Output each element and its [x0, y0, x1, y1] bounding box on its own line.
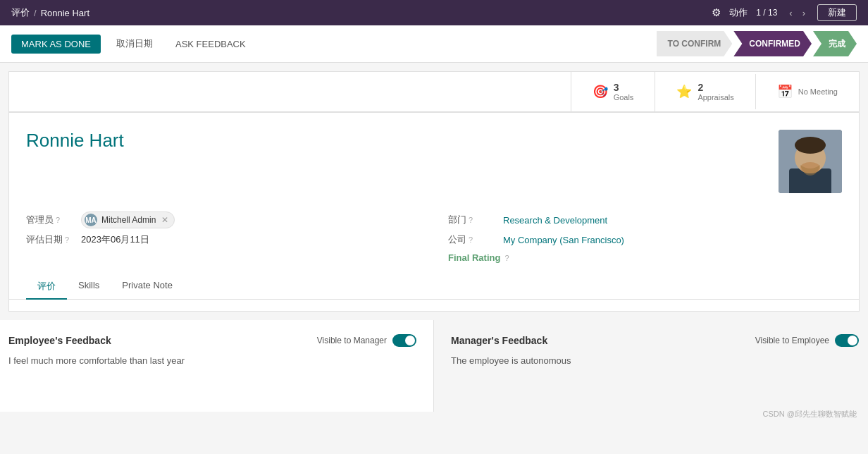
employee-visible-toggle: Visible to Manager [317, 334, 416, 347]
dept-help[interactable]: ? [469, 216, 473, 224]
employee-photo [779, 130, 842, 193]
top-bar: 评价 / Ronnie Hart ⚙ 动作 1 / 13 ‹ › 新建 [0, 0, 868, 25]
date-label: 评估日期 ? [26, 233, 75, 246]
goals-count: 3 [614, 82, 634, 93]
company-label: 公司 ? [448, 233, 497, 246]
employee-feedback-title: Employee's Feedback [8, 335, 111, 346]
manager-visible-toggle: Visible to Employee [755, 334, 859, 347]
manager-visible-switch[interactable] [835, 334, 859, 347]
employee-feedback-header: Employee's Feedback Visible to Manager [8, 334, 416, 347]
left-fields: 管理员 ? MA Mitchell Admin ✕ 评估日期 ? 2023年06… [26, 210, 420, 263]
final-rating-label: Final Rating [448, 252, 500, 263]
appraisals-label-block: 2 Appraisals [698, 82, 733, 102]
nav-next-button[interactable]: › [799, 6, 809, 20]
settings-icon[interactable]: ⚙ [712, 6, 721, 19]
right-fields: 部门 ? Research & Development 公司 ? My Comp… [448, 210, 842, 263]
manager-name: Mitchell Admin [101, 215, 156, 225]
final-rating-help[interactable]: ? [504, 254, 509, 262]
employee-feedback-text: I feel much more comfortable than last y… [8, 354, 416, 368]
meeting-stat[interactable]: 📅 No Meeting [755, 74, 859, 109]
topbar-actions: ⚙ 动作 1 / 13 ‹ › 新建 [712, 4, 857, 21]
tab-private-note[interactable]: Private Note [111, 274, 184, 300]
pipeline-step-to-confirm[interactable]: TO CONFIRM [657, 31, 733, 56]
date-row: 评估日期 ? 2023年06月11日 [26, 230, 420, 250]
pipeline-bar: TO CONFIRM CONFIRMED 完成 [657, 31, 857, 56]
breadcrumb-current: Ronnie Hart [41, 8, 89, 18]
status-pipeline: TO CONFIRM CONFIRMED 完成 [657, 31, 857, 56]
mark-done-button[interactable]: MARK AS DONE [11, 35, 101, 54]
appraisals-label: Appraisals [698, 93, 733, 102]
dept-label: 部门 ? [448, 214, 497, 226]
appraisals-icon: ⭐ [676, 84, 692, 99]
breadcrumb: 评价 / Ronnie Hart [11, 6, 89, 19]
final-rating-row: Final Rating ? [448, 252, 842, 263]
ask-feedback-button[interactable]: ASK FEEDBACK [168, 35, 253, 54]
manager-label: 管理员 ? [26, 214, 75, 226]
appraisals-stat[interactable]: ⭐ 2 Appraisals [655, 72, 755, 111]
employee-header: Ronnie Hart [26, 130, 842, 193]
manager-feedback-title: Manager's Feedback [451, 335, 547, 346]
new-button[interactable]: 新建 [817, 4, 857, 21]
breadcrumb-root[interactable]: 评价 [11, 6, 30, 19]
goals-stat[interactable]: 🎯 3 Goals [571, 72, 655, 111]
nav-arrows: ‹ › [786, 6, 809, 20]
manager-feedback-header: Manager's Feedback Visible to Employee [451, 334, 859, 347]
manager-row: 管理员 ? MA Mitchell Admin ✕ [26, 210, 420, 230]
manager-help[interactable]: ? [56, 216, 60, 224]
dept-row: 部门 ? Research & Development [448, 210, 842, 230]
main-content: Ronnie Hart 管理员 [8, 112, 860, 312]
pipeline-step-confirmed[interactable]: CONFIRMED [733, 31, 812, 56]
goals-label: Goals [614, 93, 634, 102]
company-help[interactable]: ? [469, 235, 473, 244]
manager-feedback-panel: Manager's Feedback Visible to Employee T… [434, 320, 868, 412]
fields-grid: 管理员 ? MA Mitchell Admin ✕ 评估日期 ? 2023年06… [26, 210, 842, 263]
employee-name: Ronnie Hart [26, 130, 124, 152]
date-value: 2023年06月11日 [81, 233, 149, 246]
employee-feedback-panel: Employee's Feedback Visible to Manager I… [0, 320, 434, 412]
dept-value[interactable]: Research & Development [503, 215, 607, 226]
nav-prev-button[interactable]: ‹ [786, 6, 795, 20]
employee-photo-img [779, 130, 842, 193]
meeting-label: No Meeting [798, 87, 838, 96]
meeting-label-block: No Meeting [798, 87, 838, 96]
tab-skills[interactable]: Skills [67, 274, 111, 300]
tab-content: Employee's Feedback Visible to Manager I… [0, 320, 868, 412]
goals-icon: 🎯 [593, 84, 608, 99]
employee-visible-label: Visible to Manager [317, 336, 387, 345]
footer-text: CSDN @邱先生聊数智赋能 [763, 410, 857, 418]
company-row: 公司 ? My Company (San Francisco) [448, 230, 842, 250]
manager-remove-button[interactable]: ✕ [161, 215, 168, 225]
manager-tag: MA Mitchell Admin ✕ [81, 211, 175, 228]
manager-feedback-text: The employee is autonomous [451, 354, 859, 368]
manager-visible-label: Visible to Employee [755, 336, 829, 345]
meeting-icon: 📅 [777, 84, 793, 99]
stats-bar: 🎯 3 Goals ⭐ 2 Appraisals 📅 No Meeting [8, 71, 860, 112]
pipeline-step-done[interactable]: 完成 [813, 31, 857, 56]
manager-avatar: MA [85, 214, 97, 226]
company-value[interactable]: My Company (San Francisco) [503, 235, 624, 245]
tabs: 评价 Skills Private Note [9, 274, 859, 300]
svg-point-3 [795, 137, 826, 154]
cancel-date-button[interactable]: 取消日期 [109, 33, 160, 54]
nav-count: 1 / 13 [756, 8, 777, 18]
date-help[interactable]: ? [65, 235, 69, 244]
tab-appraisal[interactable]: 评价 [26, 274, 67, 300]
action-bar: MARK AS DONE 取消日期 ASK FEEDBACK TO CONFIR… [0, 25, 868, 63]
employee-visible-switch[interactable] [392, 334, 416, 347]
settings-label[interactable]: 动作 [729, 6, 748, 19]
goals-label-block: 3 Goals [614, 82, 634, 102]
breadcrumb-separator: / [34, 8, 37, 18]
appraisals-count: 2 [698, 82, 733, 93]
